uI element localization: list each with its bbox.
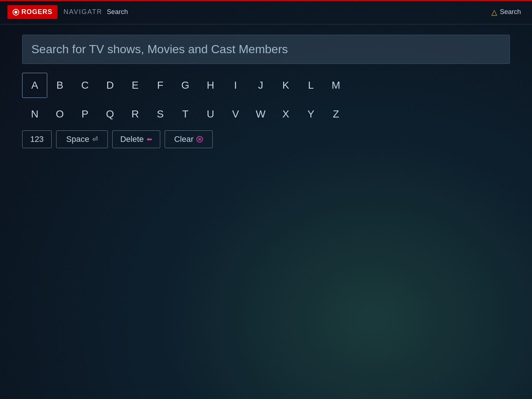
key-delete-label: Delete xyxy=(120,134,144,144)
special-keys-row: 123 Space ⏎ Delete ⬅ Clear xyxy=(22,130,510,148)
key-x[interactable]: X xyxy=(273,102,298,127)
key-p[interactable]: P xyxy=(72,102,97,127)
key-c[interactable]: C xyxy=(72,73,97,98)
key-e[interactable]: E xyxy=(123,73,148,98)
key-l[interactable]: L xyxy=(298,73,323,98)
space-icon: ⏎ xyxy=(92,135,98,143)
key-t[interactable]: T xyxy=(173,102,198,127)
rogers-logo-circle xyxy=(13,9,19,16)
header-search-label: Search xyxy=(500,8,521,16)
key-delete[interactable]: Delete ⬅ xyxy=(112,130,160,148)
search-bar: Search for TV shows, Movies and Cast Mem… xyxy=(22,35,510,64)
key-clear-label: Clear xyxy=(174,134,194,144)
key-clear[interactable]: Clear xyxy=(165,130,213,148)
keyboard: ABCDEFGHIJKLM NOPQRSTUVWXYZ 123 Space ⏎ … xyxy=(22,73,510,148)
key-n[interactable]: N xyxy=(22,102,47,127)
warning-icon: △ xyxy=(491,8,497,17)
delete-icon: ⬅ xyxy=(147,135,152,143)
header: ROGERS NAVIGATR Search △ Search xyxy=(0,0,532,24)
key-k[interactable]: K xyxy=(273,73,298,98)
key-b[interactable]: B xyxy=(47,73,72,98)
key-w[interactable]: W xyxy=(248,102,273,127)
key-numbers-label: 123 xyxy=(30,134,44,144)
key-z[interactable]: Z xyxy=(323,102,349,127)
keyboard-row-2: NOPQRSTUVWXYZ xyxy=(22,102,510,127)
key-a[interactable]: A xyxy=(22,73,47,98)
rogers-logo: ROGERS xyxy=(7,5,58,19)
key-f[interactable]: F xyxy=(148,73,173,98)
key-d[interactable]: D xyxy=(97,73,123,98)
key-numbers[interactable]: 123 xyxy=(22,130,52,148)
nav-current-page: Search xyxy=(107,8,128,16)
key-h[interactable]: H xyxy=(198,73,223,98)
key-o[interactable]: O xyxy=(47,102,72,127)
search-placeholder: Search for TV shows, Movies and Cast Mem… xyxy=(31,42,288,56)
keyboard-row-1: ABCDEFGHIJKLM xyxy=(22,73,510,98)
header-right: △ Search xyxy=(491,8,521,17)
key-r[interactable]: R xyxy=(123,102,148,127)
key-s[interactable]: S xyxy=(148,102,173,127)
key-g[interactable]: G xyxy=(173,73,198,98)
key-m[interactable]: M xyxy=(323,73,349,98)
key-space[interactable]: Space ⏎ xyxy=(56,130,108,148)
key-y[interactable]: Y xyxy=(298,102,323,127)
key-u[interactable]: U xyxy=(198,102,223,127)
key-space-label: Space xyxy=(66,134,89,144)
rogers-logo-text: ROGERS xyxy=(21,8,52,16)
nav-title: NAVIGATR xyxy=(64,8,102,16)
clear-icon xyxy=(196,136,203,143)
key-j[interactable]: J xyxy=(248,73,273,98)
key-v[interactable]: V xyxy=(223,102,248,127)
key-q[interactable]: Q xyxy=(97,102,123,127)
key-i[interactable]: I xyxy=(223,73,248,98)
